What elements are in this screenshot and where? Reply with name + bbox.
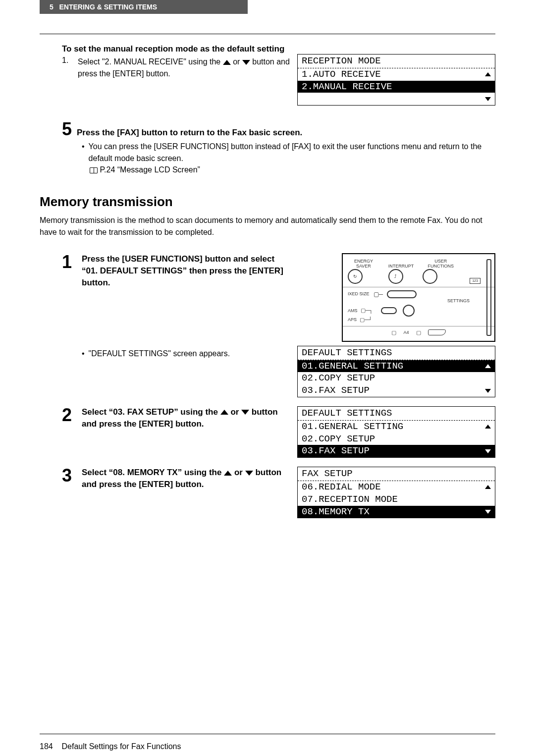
lcd-row-general: 01.GENERAL SETTING: [298, 421, 495, 433]
lcd-row-auto-receive: 1.AUTO RECEIVE: [298, 68, 495, 81]
lcd-row-text: 01.GENERAL SETTING: [302, 361, 403, 372]
lcd-row-empty: [298, 93, 495, 105]
step1-instruction: Press the [USER FUNCTIONS] button and se…: [82, 253, 292, 288]
page-number: 184: [40, 742, 53, 751]
top-rule: [40, 34, 495, 34]
interrupt-label: INTERRUPT: [388, 264, 414, 269]
lcd-row-text: 03.FAX SETUP: [302, 385, 370, 396]
lcd-title-text: FAX SETUP: [302, 468, 353, 480]
lcd-row-text: 08.MEMORY TX: [302, 506, 370, 518]
lcd-row-fax: 03.FAX SETUP: [298, 384, 495, 397]
energy-saver-label: ENERGY SAVER: [348, 259, 379, 269]
lcd-title-text: DEFAULT SETTINGS: [302, 347, 392, 359]
subsection-title: To set the manual reception mode as the …: [62, 44, 495, 54]
up-arrow-icon: [223, 60, 231, 65]
instruction-text: Select "2. MANUAL RECEIVE" using the or …: [78, 56, 292, 80]
section-title-memory: Memory transmission: [40, 194, 495, 210]
lcd-row-reception: 07.RECEPTION MODE: [298, 493, 495, 506]
section-paragraph: Memory transmission is the method to sca…: [40, 215, 495, 238]
down-arrow-icon: [242, 60, 250, 65]
lcd-row-fax: 03.FAX SETUP: [298, 445, 495, 457]
step5-bullet: • You can press the [USER FUNCTIONS] but…: [82, 141, 495, 164]
a4-label: A4: [403, 330, 409, 335]
lcd-row-text: 06.REDIAL MODE: [302, 482, 381, 493]
ixed-size-label: IXED SIZE: [348, 292, 370, 296]
book-icon: [90, 167, 98, 173]
lcd-default-settings-1: DEFAULT SETTINGS 01.GENERAL SETTING 02.C…: [297, 346, 495, 397]
text-a: Select "2. MANUAL RECEIVE" using the: [78, 57, 223, 66]
control-panel-diagram: ENERGY SAVER ↻ INTERRUPT ⤴ USER FUNCTION…: [342, 253, 495, 342]
down-arrow-icon: [241, 410, 249, 415]
round-button: [403, 305, 415, 317]
lcd-row-general: 01.GENERAL SETTING: [298, 360, 495, 373]
up-arrow-icon: [485, 425, 491, 429]
lcd-row-text: 01.GENERAL SETTING: [302, 421, 403, 432]
lcd-row-text: 02.COPY SETUP: [302, 373, 375, 384]
up-arrow-icon: [224, 471, 232, 476]
step5-ref: P.24 “Message LCD Screen”: [90, 165, 495, 174]
step-number-5: 5: [62, 120, 72, 138]
lcd-default-settings-2: DEFAULT SETTINGS 01.GENERAL SETTING 02.C…: [297, 406, 495, 458]
down-arrow-icon: [485, 389, 491, 393]
lcd-title-text: RECEPTION MODE: [302, 55, 381, 67]
step1-bullet-text: "DEFAULT SETTINGS" screen appears.: [89, 348, 230, 360]
lcd-row-manual-receive: 2.MANUAL RECEIVE: [298, 81, 495, 93]
ref-text: P.24 “Message LCD Screen”: [100, 165, 200, 174]
list-num-1: 1.: [62, 56, 72, 65]
header-bar: 5 ENTERING & SETTING ITEMS: [40, 0, 248, 14]
step1-bullet: • "DEFAULT SETTINGS" screen appears.: [82, 348, 292, 360]
lcd-row-memory-tx: 08.MEMORY TX: [298, 506, 495, 518]
user-functions-label: USER FUNCTIONS: [423, 259, 459, 269]
settings-label: SETTINGS: [348, 298, 470, 303]
lcd-title-text: DEFAULT SETTINGS: [302, 408, 392, 419]
step-number-2: 2: [62, 406, 77, 424]
down-arrow-icon: [245, 471, 253, 476]
up-arrow-icon: [485, 364, 491, 368]
down-arrow-icon: [485, 97, 491, 101]
lcd-row-text: 02.COPY SETUP: [302, 433, 375, 445]
lcd-row-text: 07.RECEPTION MODE: [302, 494, 398, 505]
aps-label: APS: [348, 317, 357, 322]
text-b: or: [233, 57, 242, 66]
step5-title: Press the [FAX] button to return to the …: [77, 127, 302, 139]
text-a: Select “08. MEMORY TX” using the: [82, 468, 224, 477]
down-arrow-icon: [485, 510, 491, 514]
step2-instruction: Select “03. FAX SETUP” using the or butt…: [82, 406, 292, 430]
up-arrow-icon: [485, 72, 491, 76]
lcd-fax-setup: FAX SETUP 06.REDIAL MODE 07.RECEPTION MO…: [297, 467, 495, 518]
lcd-row-copy: 02.COPY SETUP: [298, 372, 495, 384]
chapter-title: ENTERING & SETTING ITEMS: [59, 3, 157, 11]
ams-label: AMS: [348, 308, 358, 313]
up-arrow-icon: [485, 485, 491, 489]
text-a: Select “03. FAX SETUP” using the: [82, 407, 220, 417]
lcd-row-text: 1.AUTO RECEIVE: [302, 69, 381, 80]
lcd-row-copy: 02.COPY SETUP: [298, 433, 495, 445]
chapter-num: 5: [50, 3, 54, 11]
page-footer: 184 Default Settings for Fax Functions: [40, 742, 181, 751]
lcd-reception-mode: RECEPTION MODE 1.AUTO RECEIVE 2.MANUAL R…: [297, 54, 495, 106]
step-number-1: 1: [62, 253, 77, 271]
lcd-row-redial: 06.REDIAL MODE: [298, 481, 495, 493]
lcd-row-text: 03.FAX SETUP: [302, 445, 370, 457]
rect-button: [381, 307, 397, 314]
text-b: or: [230, 407, 241, 417]
settings-bar-button: [387, 290, 417, 298]
energy-saver-button: ↻: [348, 269, 363, 284]
up-arrow-icon: [220, 410, 228, 415]
interrupt-button: ⤴: [388, 269, 403, 284]
lcd-title: RECEPTION MODE: [298, 54, 495, 68]
footer-title: Default Settings for Fax Functions: [61, 742, 181, 751]
down-arrow-icon: [485, 449, 491, 453]
step5-bullet-text: You can press the [USER FUNCTIONS] butto…: [89, 141, 495, 164]
bottom-rule: [40, 734, 495, 734]
step-number-3: 3: [62, 467, 77, 485]
text-b: or: [234, 468, 245, 477]
panel-side-strip: [486, 259, 491, 336]
step3-instruction: Select “08. MEMORY TX” using the or butt…: [82, 467, 292, 490]
user-functions-button: [423, 269, 437, 284]
lcd-row-text: 2.MANUAL RECEIVE: [302, 81, 392, 93]
